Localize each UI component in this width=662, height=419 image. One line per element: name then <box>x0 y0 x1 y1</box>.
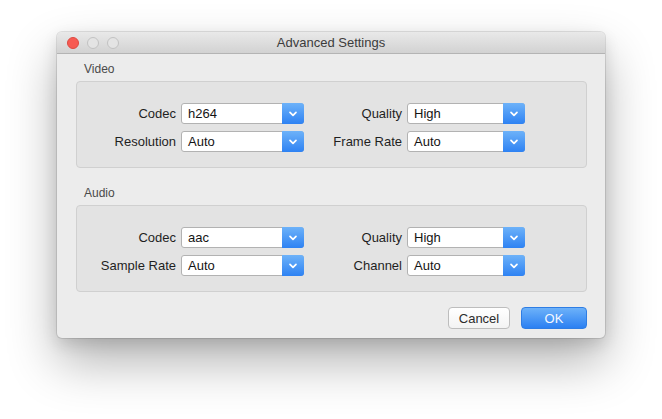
chevron-down-icon <box>282 131 304 152</box>
audio-quality-label: Quality <box>304 230 402 245</box>
audio-sample-rate-label: Sample Rate <box>77 258 176 273</box>
audio-row-2: Sample Rate Auto Channel Auto <box>77 255 586 276</box>
cancel-button[interactable]: Cancel <box>448 307 510 329</box>
video-resolution-label: Resolution <box>77 134 176 149</box>
dialog-content: Video Codec h264 Quality High <box>57 62 605 329</box>
select-value: High <box>408 104 503 123</box>
desktop-background: Advanced Settings Video Codec h264 Quali… <box>0 0 662 419</box>
video-group-box: Codec h264 Quality High <box>76 81 587 168</box>
select-value: Auto <box>408 256 503 275</box>
video-resolution-select[interactable]: Auto <box>181 131 304 152</box>
video-quality-label: Quality <box>304 106 402 121</box>
video-frame-rate-select[interactable]: Auto <box>407 131 525 152</box>
audio-section-label: Audio <box>84 186 587 200</box>
audio-quality-select[interactable]: High <box>407 227 525 248</box>
audio-channel-label: Channel <box>304 258 402 273</box>
chevron-down-icon <box>503 131 525 152</box>
chevron-down-icon <box>503 255 525 276</box>
video-codec-label: Codec <box>77 106 176 121</box>
audio-group-box: Codec aac Quality High <box>76 205 587 292</box>
zoom-button-disabled <box>107 37 119 49</box>
audio-channel-select[interactable]: Auto <box>407 255 525 276</box>
dialog-button-row: Cancel OK <box>76 307 587 329</box>
select-value: High <box>408 228 503 247</box>
video-codec-select[interactable]: h264 <box>181 103 304 124</box>
select-value: Auto <box>182 132 282 151</box>
select-value: h264 <box>182 104 282 123</box>
select-value: Auto <box>408 132 503 151</box>
chevron-down-icon <box>282 255 304 276</box>
audio-row-1: Codec aac Quality High <box>77 227 586 248</box>
advanced-settings-dialog: Advanced Settings Video Codec h264 Quali… <box>57 32 605 338</box>
chevron-down-icon <box>282 103 304 124</box>
select-value: Auto <box>182 256 282 275</box>
chevron-down-icon <box>282 227 304 248</box>
window-titlebar[interactable]: Advanced Settings <box>57 32 605 54</box>
window-title: Advanced Settings <box>277 35 385 50</box>
audio-codec-label: Codec <box>77 230 176 245</box>
video-row-1: Codec h264 Quality High <box>77 103 586 124</box>
chevron-down-icon <box>503 103 525 124</box>
video-quality-select[interactable]: High <box>407 103 525 124</box>
minimize-button-disabled <box>87 37 99 49</box>
select-value: aac <box>182 228 282 247</box>
video-section-label: Video <box>84 62 587 76</box>
close-button[interactable] <box>67 37 79 49</box>
traffic-lights <box>67 37 119 49</box>
audio-codec-select[interactable]: aac <box>181 227 304 248</box>
video-row-2: Resolution Auto Frame Rate Auto <box>77 131 586 152</box>
ok-button[interactable]: OK <box>521 307 587 329</box>
chevron-down-icon <box>503 227 525 248</box>
audio-sample-rate-select[interactable]: Auto <box>181 255 304 276</box>
video-frame-rate-label: Frame Rate <box>304 134 402 149</box>
